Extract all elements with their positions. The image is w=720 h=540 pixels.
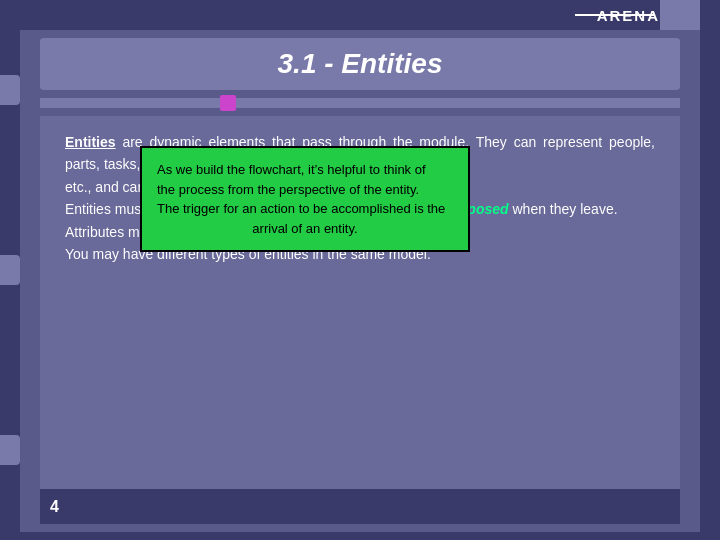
bottom-bar: 4 <box>40 489 680 524</box>
side-notch-1 <box>0 75 20 105</box>
top-underline <box>575 14 655 16</box>
title-section: 3.1 - Entities <box>40 38 680 90</box>
tooltip-line3: The trigger for an action to be accompli… <box>157 199 453 219</box>
para2-text3: when they leave. <box>513 201 618 217</box>
top-right-block <box>660 0 700 30</box>
left-sidebar <box>0 0 20 540</box>
tooltip-line1: As we build the flowchart, it’s helpful … <box>157 160 453 180</box>
slide-title: 3.1 - Entities <box>60 48 660 80</box>
footer-bar <box>20 532 700 540</box>
entities-label: Entities <box>65 134 116 150</box>
tooltip-popup: As we build the flowchart, it’s helpful … <box>140 146 470 252</box>
page-number: 4 <box>50 498 59 516</box>
divider-bar <box>40 98 680 108</box>
tooltip-line2: the process from the perspective of the … <box>157 180 453 200</box>
tooltip-line4: arrival of an entity. <box>157 219 453 239</box>
top-bar: ARENA <box>20 0 700 30</box>
side-notch-2 <box>0 255 20 285</box>
side-notch-3 <box>0 435 20 465</box>
main-content: Entities are dynamic elements that pass … <box>40 116 680 489</box>
right-sidebar <box>700 0 720 540</box>
divider-dot <box>220 95 236 111</box>
